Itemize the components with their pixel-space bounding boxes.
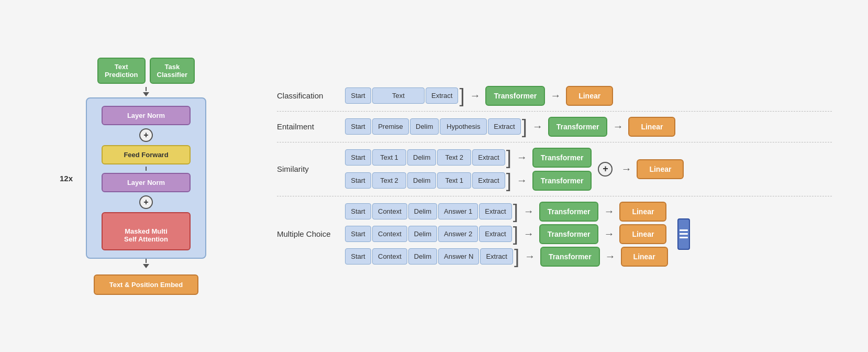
transformer-block: 12x Layer Norm + Feed Forward Layer Norm…	[86, 97, 206, 259]
mc-arrow-2: →	[524, 228, 534, 240]
plus-circle-bottom: +	[139, 195, 153, 209]
arrow-right-s2: →	[517, 174, 527, 186]
token-start-e: Start	[345, 118, 371, 135]
mc-token-seq-1: Start Context Delim Answer 1 Extract	[345, 202, 518, 221]
token-text: Text	[372, 87, 425, 104]
task-classifier-box: Task Classifier	[150, 58, 195, 84]
token-extract-s1: Extract	[472, 149, 505, 166]
mc-token-seq-2: Start Context Delim Answer 2 Extract	[345, 225, 518, 244]
arrow-right-s1: →	[517, 151, 527, 163]
feed-forward-box: Feed Forward	[102, 145, 191, 164]
task-row-classification: Classification Start Text Extract → Tran…	[277, 81, 832, 112]
arrow-right-2: →	[550, 90, 561, 102]
classification-transformer: Transformer	[485, 86, 545, 106]
mc-linear-1: Linear	[619, 202, 666, 222]
classification-linear: Linear	[566, 86, 613, 106]
sim-token-seq-1: Start Text 1 Delim Text 2 Extract	[345, 148, 511, 167]
mc-row-n: Start Context Delim Answer N Extract → T…	[345, 247, 668, 267]
similarity-plus: +	[598, 162, 613, 177]
mc-context-1: Context	[372, 203, 407, 219]
token-delim-s2: Delim	[407, 172, 436, 189]
mc-start-1: Start	[345, 203, 371, 219]
masked-attention-box: Masked Multi Self Attention	[102, 212, 191, 250]
mc-extract-1: Extract	[479, 203, 511, 219]
mc-arrow-l1: →	[604, 205, 614, 217]
arrow-down-bottom	[143, 264, 149, 268]
arrow-right-1: →	[470, 90, 480, 102]
mc-linear-n: Linear	[621, 247, 668, 267]
similarity-row-1: Start Text 1 Delim Text 2 Extract → Tran…	[345, 148, 592, 168]
repeat-label: 12x	[60, 173, 73, 182]
task-row-mc: Multiple Choice Start Context Delim Answ…	[277, 196, 832, 272]
mc-row-1: Start Context Delim Answer 1 Extract → T…	[345, 202, 668, 222]
mc-start-n: Start	[345, 248, 371, 265]
token-text1: Text 1	[372, 149, 406, 166]
arrow-right-sim-linear: →	[621, 163, 631, 175]
token-start-s1: Start	[345, 149, 371, 166]
mc-transformer-1: Transformer	[539, 202, 599, 222]
classification-label: Classification	[277, 91, 345, 100]
token-delim-s1: Delim	[407, 149, 436, 166]
token-text2: Text 2	[372, 172, 406, 189]
mc-answern: Answer N	[438, 248, 479, 265]
right-section: Classification Start Text Extract → Tran…	[256, 81, 832, 272]
similarity-row-2: Start Text 2 Delim Text 1 Extract → Tran…	[345, 171, 592, 191]
token-start-s2: Start	[345, 172, 371, 189]
mc-context-n: Context	[372, 248, 407, 265]
task-row-entailment: Entailment Start Premise Delim Hypothesi…	[277, 112, 832, 142]
token-extract-s2: Extract	[472, 172, 505, 189]
mc-arrow-ln: →	[605, 250, 616, 262]
token-hypothesis: Hypothesis	[440, 118, 487, 135]
entailment-linear: Linear	[628, 117, 675, 137]
token-delim-e: Delim	[410, 118, 439, 135]
token-text2-s1: Text 2	[437, 149, 471, 166]
similarity-linear: Linear	[637, 159, 684, 179]
top-outputs: Text Prediction Task Classifier	[97, 58, 195, 84]
mc-token-seq-n: Start Context Delim Answer N Extract	[345, 247, 519, 266]
mc-extract-2: Extract	[479, 226, 511, 242]
sim-transformer-1: Transformer	[532, 148, 592, 168]
mc-arrow-1: →	[524, 205, 534, 217]
text-prediction-box: Text Prediction	[97, 58, 146, 84]
entailment-label: Entailment	[277, 122, 345, 131]
mc-arrow-n: →	[525, 250, 535, 262]
softmax-line-3	[680, 237, 688, 238]
token-extract: Extract	[426, 87, 458, 104]
similarity-content: Start Text 1 Delim Text 2 Extract → Tran…	[345, 148, 832, 191]
mc-answer2: Answer 2	[438, 226, 478, 242]
token-extract-e: Extract	[488, 118, 520, 135]
mc-extract-n: Extract	[480, 248, 513, 265]
mc-delim-2: Delim	[408, 226, 437, 242]
mc-label: Multiple Choice	[277, 229, 345, 238]
plus-circle-top: +	[139, 128, 153, 142]
task-row-similarity: Similarity Start Text 1 Delim Text 2 Ext…	[277, 142, 832, 196]
classification-token-sequence: Start Text Extract	[345, 86, 464, 105]
token-text1-s2: Text 1	[437, 172, 471, 189]
layer-norm-top: Layer Norm	[102, 106, 191, 125]
mc-delim-n: Delim	[408, 248, 437, 265]
mc-start-2: Start	[345, 226, 371, 242]
left-section: Text Prediction Task Classifier 12x Laye…	[36, 58, 256, 295]
vert-line-mid	[146, 167, 147, 171]
softmax-line-2	[680, 233, 688, 235]
sim-token-seq-2: Start Text 2 Delim Text 1 Extract	[345, 171, 511, 190]
token-premise: Premise	[372, 118, 409, 135]
mc-linear-2: Linear	[619, 224, 666, 244]
entailment-token-sequence: Start Premise Delim Hypothesis Extract	[345, 117, 527, 136]
arrow-down-top	[143, 92, 149, 96]
arrow-right-e2: →	[613, 120, 623, 133]
classification-content: Start Text Extract → Transformer → Linea…	[345, 86, 832, 106]
mc-row-2: Start Context Delim Answer 2 Extract → T…	[345, 224, 668, 244]
arrow-right-e1: →	[532, 120, 543, 133]
arrow-line-bottom	[146, 259, 147, 263]
mc-transformer-n: Transformer	[540, 247, 600, 267]
mc-answer1: Answer 1	[438, 203, 478, 219]
mc-context-2: Context	[372, 226, 407, 242]
arrow-line-top	[146, 87, 147, 91]
mc-rows: Start Context Delim Answer 1 Extract → T…	[345, 202, 668, 267]
sim-transformer-2: Transformer	[532, 171, 592, 191]
softmax-line-1	[680, 229, 688, 231]
entailment-content: Start Premise Delim Hypothesis Extract →…	[345, 117, 832, 137]
mc-transformer-2: Transformer	[539, 224, 599, 244]
similarity-label: Similarity	[277, 164, 345, 173]
